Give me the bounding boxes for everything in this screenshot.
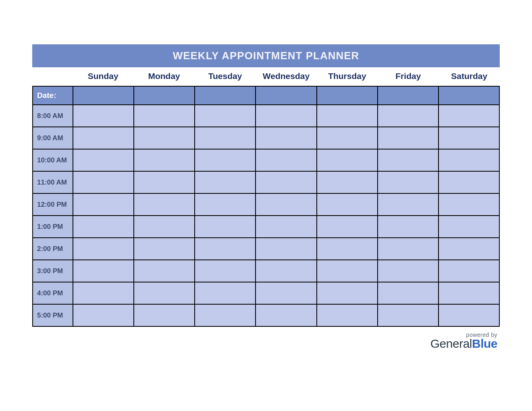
appointment-cell[interactable] [73,216,134,238]
appointment-cell[interactable] [378,216,438,238]
appointment-cell[interactable] [73,282,134,304]
appointment-cell[interactable] [73,127,134,149]
appointment-cell[interactable] [73,304,134,326]
footer: powered by GeneralBlue [32,332,500,350]
appointment-cell[interactable] [195,193,256,216]
appointment-cell[interactable] [195,127,256,149]
appointment-cell[interactable] [378,105,438,127]
appointment-cell[interactable] [73,105,134,127]
time-label: 10:00 AM [33,149,73,171]
appointment-cell[interactable] [134,282,195,304]
date-cell[interactable] [73,86,134,105]
appointment-cell[interactable] [195,171,256,193]
appointment-cell[interactable] [317,105,378,127]
time-row: 5:00 PM [33,304,499,326]
date-cell[interactable] [378,86,438,105]
appointment-cell[interactable] [73,260,134,282]
appointment-cell[interactable] [438,149,499,171]
time-row: 4:00 PM [33,282,499,304]
appointment-cell[interactable] [438,260,499,282]
appointment-cell[interactable] [195,282,256,304]
time-row: 9:00 AM [33,127,499,149]
appointment-cell[interactable] [317,304,378,326]
date-cell[interactable] [317,86,378,105]
appointment-cell[interactable] [134,238,195,260]
date-cell[interactable] [195,86,256,105]
page-title: WEEKLY APPOINTMENT PLANNER [173,50,360,62]
appointment-cell[interactable] [256,304,316,326]
appointment-cell[interactable] [256,193,316,216]
appointment-cell[interactable] [317,171,378,193]
time-row: 11:00 AM [33,171,499,193]
appointment-cell[interactable] [317,216,378,238]
date-cell[interactable] [134,86,195,105]
appointment-cell[interactable] [317,260,378,282]
appointment-cell[interactable] [195,216,256,238]
appointment-cell[interactable] [256,238,316,260]
day-header: Saturday [439,67,500,86]
appointment-cell[interactable] [134,193,195,216]
appointment-cell[interactable] [256,105,316,127]
date-cell[interactable] [256,86,316,105]
appointment-cell[interactable] [73,149,134,171]
appointment-cell[interactable] [256,171,316,193]
brand-blue: Blue [472,337,497,350]
appointment-cell[interactable] [438,193,499,216]
appointment-cell[interactable] [438,216,499,238]
appointment-cell[interactable] [195,149,256,171]
appointment-cell[interactable] [317,282,378,304]
appointment-cell[interactable] [378,238,438,260]
header-spacer [32,67,73,86]
appointment-cell[interactable] [73,193,134,216]
appointment-cell[interactable] [317,238,378,260]
appointment-cell[interactable] [134,216,195,238]
appointment-cell[interactable] [256,149,316,171]
appointment-cell[interactable] [378,193,438,216]
day-header: Sunday [73,67,133,86]
appointment-cell[interactable] [134,105,195,127]
time-row: 10:00 AM [33,149,499,171]
appointment-cell[interactable] [378,304,438,326]
appointment-cell[interactable] [438,282,499,304]
appointment-cell[interactable] [378,282,438,304]
time-label: 8:00 AM [33,105,73,127]
appointment-cell[interactable] [256,260,316,282]
appointment-cell[interactable] [378,127,438,149]
appointment-cell[interactable] [317,193,378,216]
appointment-cell[interactable] [73,238,134,260]
day-header: Friday [378,67,438,86]
appointment-cell[interactable] [134,304,195,326]
appointment-cell[interactable] [134,127,195,149]
appointment-cell[interactable] [438,304,499,326]
appointment-cell[interactable] [378,260,438,282]
appointment-cell[interactable] [256,127,316,149]
appointment-cell[interactable] [73,171,134,193]
time-label: 3:00 PM [33,260,73,282]
appointment-cell[interactable] [317,149,378,171]
date-cell[interactable] [438,86,499,105]
time-row: 8:00 AM [33,105,499,127]
day-header: Monday [133,67,194,86]
appointment-cell[interactable] [256,282,316,304]
time-row: 2:00 PM [33,238,499,260]
appointment-cell[interactable] [134,260,195,282]
appointment-cell[interactable] [378,149,438,171]
appointment-cell[interactable] [438,127,499,149]
appointment-cell[interactable] [134,171,195,193]
appointment-cell[interactable] [195,238,256,260]
day-header: Thursday [317,67,378,86]
appointment-cell[interactable] [438,105,499,127]
appointment-cell[interactable] [195,304,256,326]
appointment-cell[interactable] [256,216,316,238]
title-bar: WEEKLY APPOINTMENT PLANNER [32,44,500,67]
appointment-cell[interactable] [317,127,378,149]
time-label: 4:00 PM [33,282,73,304]
time-label: 9:00 AM [33,127,73,149]
appointment-cell[interactable] [195,260,256,282]
appointment-cell[interactable] [438,171,499,193]
appointment-cell[interactable] [378,171,438,193]
appointment-cell[interactable] [438,238,499,260]
appointment-cell[interactable] [134,149,195,171]
time-label: 11:00 AM [33,171,73,193]
appointment-cell[interactable] [195,105,256,127]
